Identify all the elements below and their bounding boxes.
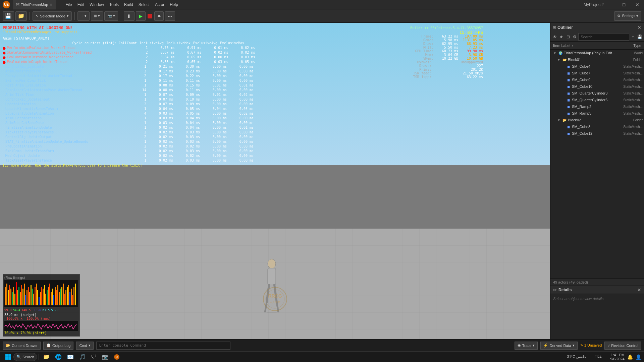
perf-tsr-1spp-row: TSR 1spp: 63.22 ms <box>405 75 483 79</box>
expand-icon[interactable]: ▼ <box>552 51 557 55</box>
outliner-close-button[interactable]: ✕ <box>637 25 641 30</box>
outliner-tree[interactable]: ▼ 🌍 ThirdPersonMap (Play In Edit... Worl… <box>550 50 644 278</box>
svg-rect-35 <box>41 287 42 305</box>
menu-window[interactable]: Window <box>87 2 107 8</box>
play-button[interactable]: ▶ <box>136 11 146 21</box>
stat-ea: 0.03 ms <box>201 60 228 64</box>
tree-type: StaticMesh... <box>616 78 643 82</box>
details-close-button[interactable]: ✕ <box>637 287 641 293</box>
chevron-down-icon: ▾ <box>67 14 69 18</box>
close-button[interactable]: ✕ <box>631 0 644 9</box>
taskbar-ue-icon[interactable]: U <box>111 352 122 362</box>
menu-edit[interactable]: Edit <box>75 2 87 8</box>
start-button[interactable] <box>3 352 13 362</box>
menu-build[interactable]: Build <box>121 2 136 8</box>
tree-item[interactable]: ◼ SM_QuarterCylinder6 StaticMesh... <box>550 97 644 103</box>
expand-icon[interactable]: ▼ <box>556 58 561 62</box>
output-log-button[interactable]: 📋 Output Log <box>43 342 73 350</box>
tab-third-person-map[interactable]: 🗺 ThirdPersonMap ✕ <box>13 0 56 9</box>
derived-data-button[interactable]: ⚡ Derived Data ▾ <box>540 342 577 350</box>
col-header-name: Cycle counters (flat): <box>3 41 117 45</box>
minimize-button[interactable]: ─ <box>604 0 617 9</box>
taskbar-file-manager[interactable]: 📁 <box>40 352 52 362</box>
stat-ia: 0.02 ms <box>146 158 173 163</box>
tree-item[interactable]: ▼ 🌍 ThirdPersonMap (Play In Edit... Worl… <box>550 50 644 56</box>
stat-ia: 0.07 ms <box>146 102 173 107</box>
menu-file[interactable]: File <box>63 2 74 8</box>
mesh-icon: ◼ <box>566 124 571 129</box>
svg-rect-31 <box>36 284 37 305</box>
tree-item[interactable]: ▼ 📂 Block01 Folder <box>550 56 644 63</box>
svg-rect-55 <box>68 285 69 305</box>
mesh-icon: ◼ <box>566 64 571 69</box>
outliner-eye-button[interactable]: 👁 <box>552 33 558 41</box>
outliner-save-button[interactable]: 💾 <box>637 33 643 41</box>
cmd-button[interactable]: Cmd ▾ <box>76 342 93 350</box>
content-browser-button[interactable]: 📁 <box>15 11 27 21</box>
stat-ia: 0.54 ms <box>148 55 174 60</box>
stat-row: ControlRig_UpdateOutput 2 0.02 ms 0.03 m… <box>3 135 255 139</box>
camera-button[interactable]: 📷 ▾ <box>104 11 118 21</box>
taskbar-browser[interactable]: 🌐 <box>52 352 64 362</box>
outliner-search-input[interactable] <box>578 33 629 41</box>
tree-item[interactable]: ◼ SM_Cube10 StaticMesh... <box>550 83 644 90</box>
tree-item[interactable]: ◼ SM_Cube9 StaticMesh... <box>550 76 644 83</box>
draw-val: 62.95 ms <box>435 42 458 46</box>
close-tab-icon[interactable]: ✕ <box>49 2 53 7</box>
menu-select[interactable]: Select <box>136 2 152 8</box>
tree-item[interactable]: ▼ 📂 Block02 Folder <box>550 117 644 123</box>
taskbar-search-bar[interactable]: 🔍 Search <box>13 353 37 361</box>
notification-icon[interactable]: 🔔 <box>627 354 633 360</box>
menu-help[interactable]: Help <box>167 2 181 8</box>
snap-button[interactable]: ⊞ ▾ <box>91 11 103 21</box>
revision-label: Revision Control <box>611 344 638 348</box>
tree-item[interactable]: ◼ SM_Ramp2 StaticMesh... <box>550 103 644 110</box>
pause-button[interactable]: ⏸ <box>124 11 135 21</box>
stop-button[interactable] <box>148 14 152 18</box>
eject-button[interactable]: ⏏ <box>154 11 164 21</box>
maximize-button[interactable]: □ <box>617 0 631 9</box>
tree-item[interactable]: ◼ SM_Ramp3 StaticMesh... <box>550 110 644 117</box>
tree-item[interactable]: ◼ SM_Cube7 StaticMesh... <box>550 70 644 76</box>
more-play-options[interactable]: ••• <box>165 11 175 21</box>
content-drawer-button[interactable]: 📂 Content Drawer <box>3 342 41 350</box>
map-icon: 🗺 <box>16 3 19 6</box>
save-button[interactable]: 💾 <box>3 11 14 21</box>
details-placeholder: Select an object to view details <box>553 297 603 301</box>
outliner-filter-button[interactable]: ⊟ <box>565 33 571 41</box>
taskbar-shield[interactable]: 🛡 <box>89 352 99 362</box>
rhit-val2: 7.23 ms <box>460 46 483 49</box>
tree-item[interactable]: ◼ SM_Cube8 StaticMesh... <box>550 123 644 130</box>
taskbar-music[interactable]: 🎵 <box>76 352 89 362</box>
console-input[interactable] <box>96 342 230 350</box>
svg-rect-18 <box>18 287 19 305</box>
stat-im: 0.11 ms <box>173 88 200 93</box>
selection-mode-button[interactable]: ↖ Selection Mode ▾ <box>33 11 72 21</box>
taskbar-user-icon[interactable]: 👤 <box>636 354 641 360</box>
bottom-graph <box>4 321 78 331</box>
revision-control-button[interactable]: ⑂ Revision Control <box>604 342 641 350</box>
menu-tools[interactable]: Tools <box>107 2 121 8</box>
outliner-settings-btn[interactable]: ⚙ <box>572 33 578 41</box>
menu-actor[interactable]: Actor <box>152 2 167 8</box>
outliner-add-button[interactable]: + <box>630 33 636 41</box>
stat-row: ● EvaluateAnimGraph_WorkerThread 2 0.53 … <box>3 60 255 64</box>
outliner-star-button[interactable]: ★ <box>558 33 565 41</box>
perf-draw-row: Draw: 62.95 ms 68.93 ms <box>405 42 483 46</box>
trace-button[interactable]: ◉ Trace ▾ <box>515 342 538 350</box>
no-dot <box>3 111 5 116</box>
transform-button[interactable]: ⊹ ▾ <box>77 11 90 21</box>
svg-rect-12 <box>10 289 11 305</box>
tree-item[interactable]: ◼ SM_Cube4 StaticMesh... <box>550 63 644 70</box>
tree-item[interactable]: ◼ SM_QuarterCylinder3 StaticMesh... <box>550 90 644 97</box>
expand-icon[interactable]: ▼ <box>556 118 561 122</box>
tree-item[interactable]: ◼ SM_Cube12 StaticMesh... <box>550 130 644 137</box>
col-item-label[interactable]: Item Label ↑ <box>553 44 614 48</box>
svg-rect-11 <box>9 285 10 305</box>
settings-button[interactable]: ⚙ Settings ▾ <box>614 11 641 21</box>
svg-rect-37 <box>44 285 45 305</box>
taskbar-mail[interactable]: 📧 <box>64 352 76 362</box>
viewport[interactable]: PROFILING WITH AI LOGGING ON! 'DisableAI… <box>0 23 550 339</box>
stat-cc: 1 <box>119 158 146 163</box>
taskbar-app1[interactable]: 📷 <box>99 352 111 362</box>
